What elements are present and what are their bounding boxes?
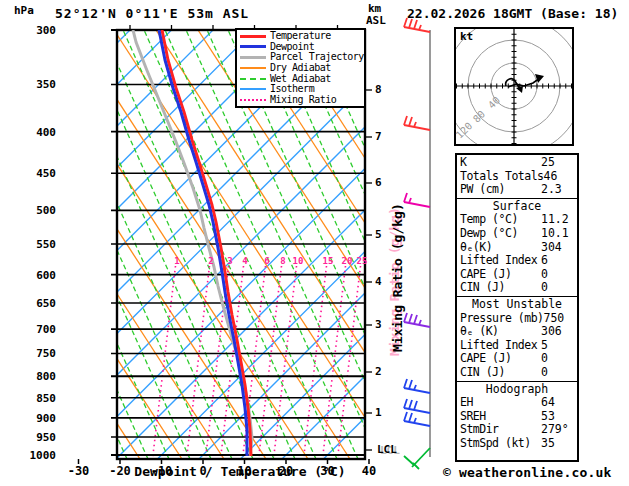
panel-row-label: Temp (°C) xyxy=(460,213,541,227)
copyright-credit: © weatheronline.co.uk xyxy=(443,465,612,480)
km-tick-label: 5 xyxy=(375,228,382,241)
pressure-tick-label: 750 xyxy=(14,347,56,360)
station-title: 52°12'N 0°11'E 53m ASL xyxy=(55,6,249,21)
panel-row: StmDir279° xyxy=(457,423,577,437)
mixing-ratio-value-label: 1 xyxy=(171,256,183,266)
pressure-tick-label: 900 xyxy=(14,412,56,425)
pressure-tick-label: 850 xyxy=(14,392,56,405)
panel-section-header: Most Unstable xyxy=(457,298,577,312)
panel-row-label: CAPE (J) xyxy=(460,268,541,282)
mixing-ratio-value-label: 8 xyxy=(277,256,289,266)
legend-swatch xyxy=(240,78,266,80)
hodograph-arrowhead xyxy=(516,86,523,93)
panel-section-header: Surface xyxy=(457,200,577,214)
panel-row-value: 10.1 xyxy=(541,227,574,241)
panel-row: SREH53 xyxy=(457,410,577,424)
panel-section-header: Hodograph xyxy=(457,383,577,397)
panel-row-label: SREH xyxy=(460,410,541,424)
panel-row-value: 6 xyxy=(541,254,574,268)
legend-item: Dry Adiabat xyxy=(240,63,364,74)
legend-swatch xyxy=(240,67,266,69)
panel-row-label: Totals Totals xyxy=(460,170,544,184)
temp-tick-label: 30 xyxy=(306,464,350,478)
panel-row-value: 25 xyxy=(541,156,574,170)
panel-row-value: 0 xyxy=(541,281,574,295)
panel-row-label: StmDir xyxy=(460,423,541,437)
panel-row-value: 46 xyxy=(544,170,577,184)
panel-section: K25Totals Totals46PW (cm)2.3 xyxy=(457,155,577,198)
chart-legend: TemperatureDewpointParcel TrajectoryDry … xyxy=(235,28,366,108)
km-tick-label: 8 xyxy=(375,83,382,96)
panel-row-value: 0 xyxy=(541,352,574,366)
legend-label: Mixing Ratio xyxy=(270,95,336,105)
panel-row: Pressure (mb)750 xyxy=(457,312,577,326)
km-tick-label: 6 xyxy=(375,176,382,189)
pressure-tick-label: 800 xyxy=(14,370,56,383)
temp-tick-label: 10 xyxy=(223,464,267,478)
mixing-ratio-axis-label: Mixing Ratio (g/kg) xyxy=(390,203,405,352)
panel-row: K25 xyxy=(457,156,577,170)
panel-row-value: 306 xyxy=(541,325,574,339)
wind-barb xyxy=(404,412,430,426)
pressure-tick-label: 650 xyxy=(14,297,56,310)
wind-barb xyxy=(404,313,430,327)
km-tick-label: 4 xyxy=(375,275,382,288)
panel-row-label: CAPE (J) xyxy=(460,352,541,366)
panel-row-label: Lifted Index xyxy=(460,339,541,353)
pressure-tick-label: 450 xyxy=(14,167,56,180)
wind-barb xyxy=(404,193,430,207)
panel-row: Temp (°C)11.2 xyxy=(457,213,577,227)
temp-tick-label: -20 xyxy=(98,464,142,478)
legend-label: Dry Adiabat xyxy=(270,63,331,73)
hodograph-unit-label: kt xyxy=(460,30,473,43)
legend-swatch xyxy=(240,45,266,48)
pressure-tick-label: 500 xyxy=(14,204,56,217)
panel-row: Totals Totals46 xyxy=(457,170,577,184)
panel-row: θₑ(K)304 xyxy=(457,241,577,255)
mixing-ratio-value-label: 2 xyxy=(205,256,217,266)
panel-row-label: Pressure (mb) xyxy=(460,312,544,326)
panel-row: CAPE (J)0 xyxy=(457,352,577,366)
panel-row-label: θₑ(K) xyxy=(460,241,541,255)
km-tick-label: 2 xyxy=(375,365,382,378)
indices-panel: K25Totals Totals46PW (cm)2.3SurfaceTemp … xyxy=(455,153,579,462)
legend-swatch xyxy=(240,56,266,59)
panel-row-value: 0 xyxy=(541,366,574,380)
mixing-ratio-value-label: 4 xyxy=(239,256,251,266)
legend-label: Isotherm xyxy=(270,84,314,94)
mixing-ratio-value-label: 15 xyxy=(322,256,334,266)
mixing-ratio-value-label: 20 xyxy=(341,256,353,266)
panel-row-value: 11.2 xyxy=(541,213,574,227)
legend-label: Wet Adiabat xyxy=(270,74,331,84)
panel-row: CIN (J)0 xyxy=(457,366,577,380)
panel-row-label: CIN (J) xyxy=(460,366,541,380)
panel-row-label: CIN (J) xyxy=(460,281,541,295)
legend-label: Dewpoint xyxy=(270,42,314,52)
panel-row-label: PW (cm) xyxy=(460,183,541,197)
pressure-tick-label: 400 xyxy=(14,126,56,139)
km-tick-label: 7 xyxy=(375,130,382,143)
panel-row: PW (cm)2.3 xyxy=(457,183,577,197)
wind-barb xyxy=(404,399,430,413)
panel-row-value: 35 xyxy=(541,437,574,451)
panel-row-label: θₑ (K) xyxy=(460,325,541,339)
temp-tick-label: -30 xyxy=(57,464,101,478)
lcl-marker: LCL xyxy=(377,443,397,456)
panel-row-label: Lifted Index xyxy=(460,254,541,268)
mixing-ratio-value-label: 25 xyxy=(356,256,368,266)
panel-row-value: 2.3 xyxy=(541,183,574,197)
temp-tick-label: 0 xyxy=(181,464,225,478)
legend-swatch xyxy=(240,99,266,101)
mixing-ratio-value-label: 6 xyxy=(261,256,273,266)
panel-row-label: K xyxy=(460,156,541,170)
panel-row-label: EH xyxy=(460,396,541,410)
legend-swatch xyxy=(240,35,266,38)
wind-barb xyxy=(404,379,430,393)
pressure-tick-label: 600 xyxy=(14,269,56,282)
panel-row-value: 64 xyxy=(541,396,574,410)
panel-row-value: 750 xyxy=(544,312,577,326)
pressure-tick-label: 700 xyxy=(14,323,56,336)
panel-row-label: StmSpd (kt) xyxy=(460,437,541,451)
legend-item: Isotherm xyxy=(240,84,364,95)
wind-barb-column xyxy=(404,18,430,469)
